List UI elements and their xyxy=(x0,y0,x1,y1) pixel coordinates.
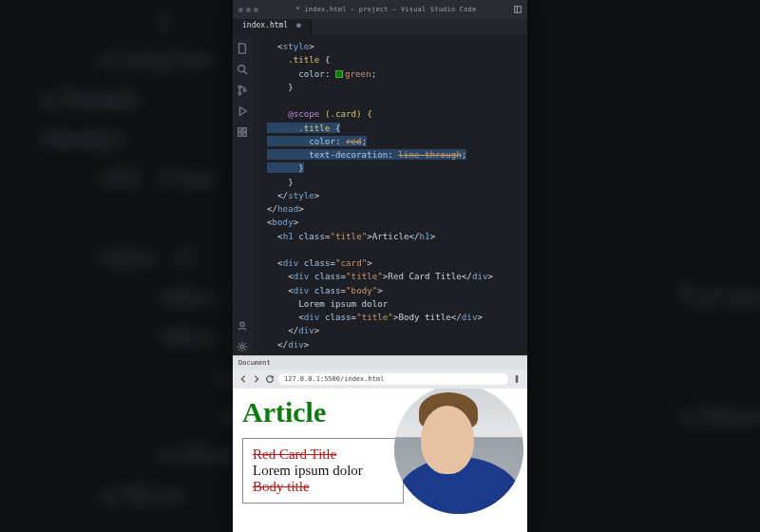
card-body-title: Body title xyxy=(253,479,393,495)
maximize-window-dot[interactable] xyxy=(254,8,258,12)
tab-modified-indicator[interactable]: ● xyxy=(296,21,301,29)
svg-point-13 xyxy=(240,345,243,348)
svg-point-15 xyxy=(516,378,518,380)
svg-point-4 xyxy=(238,86,241,88)
svg-point-2 xyxy=(238,66,245,72)
extensions-icon[interactable] xyxy=(237,124,248,135)
svg-rect-10 xyxy=(238,133,241,136)
svg-marker-7 xyxy=(239,107,246,116)
svg-point-6 xyxy=(243,89,246,92)
files-icon[interactable] xyxy=(237,40,248,51)
svg-point-16 xyxy=(516,381,518,383)
gear-icon[interactable] xyxy=(237,338,248,350)
close-window-dot[interactable] xyxy=(238,8,243,12)
center-column: * index.html — project — Visual Studio C… xyxy=(233,0,527,532)
activity-bar xyxy=(233,34,252,355)
browser-preview: Document 127.0.0.1:5500/index.html Artic… xyxy=(233,355,527,532)
editor-tabbar: index.html ● xyxy=(233,19,527,34)
presenter-avatar xyxy=(394,389,523,514)
svg-rect-8 xyxy=(238,128,241,131)
svg-rect-11 xyxy=(243,133,246,136)
line-gutter xyxy=(252,34,265,355)
macos-window-controls[interactable] xyxy=(238,8,258,12)
back-icon[interactable] xyxy=(238,374,248,384)
svg-line-3 xyxy=(244,71,247,74)
address-text: 127.0.0.1:5500/index.html xyxy=(284,375,384,383)
minimize-window-dot[interactable] xyxy=(246,8,251,12)
tab-label: index.html xyxy=(242,21,288,29)
vscode-titlebar: * index.html — project — Visual Studio C… xyxy=(233,0,527,19)
editor-area: <style> .title { color: green; } @scope … xyxy=(233,34,527,355)
browser-toolbar: 127.0.0.1:5500/index.html xyxy=(233,370,527,389)
card: Red Card Title Lorem ipsum dolor Body ti… xyxy=(242,438,404,504)
source-control-icon[interactable] xyxy=(237,82,248,93)
reload-icon[interactable] xyxy=(265,374,275,384)
code-editor[interactable]: <style> .title { color: green; } @scope … xyxy=(265,34,527,355)
debug-icon[interactable] xyxy=(237,103,248,114)
layout-icon[interactable] xyxy=(514,6,522,13)
svg-point-14 xyxy=(516,376,518,378)
search-icon[interactable] xyxy=(237,61,248,72)
address-bar[interactable]: 127.0.0.1:5500/index.html xyxy=(278,373,508,385)
forward-icon[interactable] xyxy=(252,374,261,384)
card-title: Red Card Title xyxy=(253,446,393,463)
svg-rect-0 xyxy=(515,7,522,13)
browser-tab[interactable]: Document xyxy=(238,359,271,367)
svg-point-12 xyxy=(240,322,244,326)
color-swatch-green xyxy=(335,70,343,78)
window-title: * index.html — project — Visual Studio C… xyxy=(264,6,508,13)
card-body-text: Lorem ipsum dolor xyxy=(253,463,393,479)
rendered-page: Article Red Card Title Lorem ipsum dolor… xyxy=(233,389,527,532)
tab-index-html[interactable]: index.html ● xyxy=(233,19,312,34)
account-icon[interactable] xyxy=(237,317,248,329)
browser-tabstrip: Document xyxy=(233,356,527,370)
svg-rect-9 xyxy=(243,128,246,131)
menu-icon[interactable] xyxy=(512,374,522,384)
svg-point-5 xyxy=(238,92,241,95)
